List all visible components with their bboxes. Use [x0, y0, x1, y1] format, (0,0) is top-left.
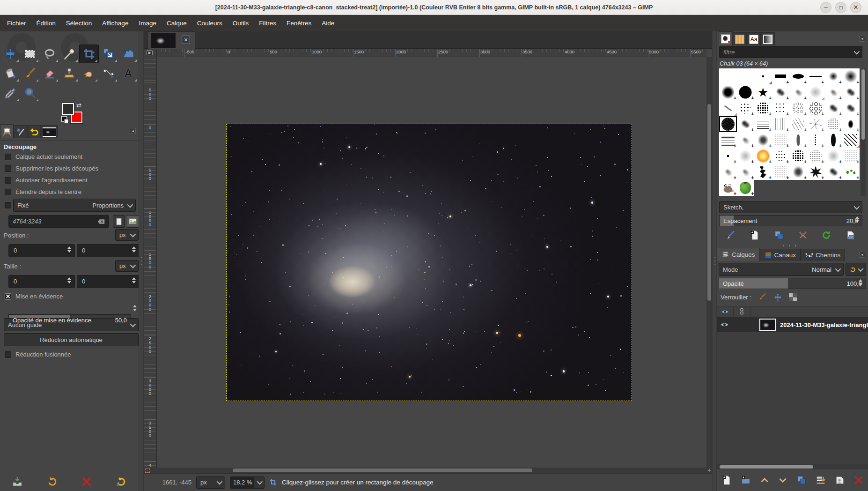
brush-spacing-slider[interactable]: Espacement 20,0: [719, 215, 862, 226]
fixed-checkbox[interactable]: [5, 202, 11, 208]
brush-chalk-l[interactable]: [807, 84, 825, 100]
layer-opacity-slider[interactable]: Opacité 100,0: [719, 278, 866, 289]
brush-texture-l[interactable]: +: [772, 164, 790, 180]
tool-crop[interactable]: [79, 45, 99, 63]
save-options-icon[interactable]: [12, 476, 23, 487]
link-column-header[interactable]: [734, 306, 750, 317]
tab-brushes[interactable]: [719, 31, 733, 45]
brush-empty[interactable]: [719, 68, 737, 84]
brush-chalk-l[interactable]: +: [737, 148, 755, 164]
close-button[interactable]: ✕: [850, 2, 861, 13]
layers-dock-collapse-button[interactable]: ◂: [859, 252, 865, 258]
brush-dots-grid[interactable]: +: [772, 100, 790, 116]
layer-list-empty-area[interactable]: [717, 332, 868, 464]
menu-aide[interactable]: Aide: [316, 16, 339, 30]
brush-chalk-d[interactable]: +: [772, 84, 790, 100]
brush-texture[interactable]: +: [807, 148, 825, 164]
brush-leaves[interactable]: +: [842, 164, 860, 180]
navigation-button[interactable]: ✛: [706, 468, 712, 473]
fixed-aspect-dropdown[interactable]: Fixé Proportions: [13, 199, 136, 212]
brush-chalk-m[interactable]: +: [719, 164, 737, 180]
brush-spiky[interactable]: +: [807, 164, 825, 180]
portrait-orientation-button[interactable]: [113, 215, 125, 228]
new-layer-group-icon[interactable]: [741, 475, 751, 485]
reset-options-icon[interactable]: [116, 476, 127, 487]
tab-layers[interactable]: Calques: [717, 248, 760, 261]
layer-visibility-toggle[interactable]: [717, 322, 732, 327]
layer-list-scrollbar-thumb[interactable]: [720, 465, 813, 469]
zoom-dropdown-icon[interactable]: [254, 476, 265, 489]
menu-calque[interactable]: Calque: [162, 16, 192, 30]
swap-colors-icon[interactable]: ⇄: [76, 102, 81, 109]
maximize-button[interactable]: ▢: [835, 2, 846, 13]
menu-edition[interactable]: Édition: [31, 16, 61, 30]
brush-chalk-sel[interactable]: [719, 116, 737, 132]
layer-thumbnail[interactable]: [759, 319, 777, 331]
brush-glow[interactable]: +: [754, 148, 772, 164]
layer-row[interactable]: 2024-11-30-M33-galaxie-triangl: [717, 317, 868, 332]
tool-paths[interactable]: [99, 64, 118, 83]
brush-dock-collapse-button[interactable]: ◂: [859, 36, 865, 42]
checkbox-checked-box[interactable]: ✕: [5, 293, 11, 300]
checkbox-box[interactable]: [5, 165, 11, 172]
zoom-value[interactable]: 18,2 %: [230, 476, 254, 489]
brush-empty[interactable]: [737, 68, 755, 84]
brush-specks-m[interactable]: +: [772, 148, 790, 164]
menu-image[interactable]: Image: [133, 16, 162, 30]
tool-color-picker[interactable]: [0, 84, 20, 103]
status-unit-dropdown[interactable]: px: [196, 476, 225, 489]
tab-fonts[interactable]: Aa: [747, 32, 761, 45]
brush-scratch-v[interactable]: +: [772, 116, 790, 132]
raise-layer-icon[interactable]: [760, 476, 769, 485]
brush-net[interactable]: +: [789, 100, 807, 116]
brush-chalk-d[interactable]: +: [737, 116, 755, 132]
menu-affichage[interactable]: Affichage: [97, 16, 133, 30]
checkbox-box[interactable]: [5, 189, 11, 195]
brush-stroke-diag[interactable]: [719, 100, 737, 116]
brush-texture-l[interactable]: +: [772, 132, 790, 148]
brush-soft[interactable]: +: [824, 68, 842, 84]
delete-layer-icon[interactable]: [854, 476, 863, 485]
brush-wilber[interactable]: +: [719, 180, 737, 196]
brush-net-big[interactable]: +: [807, 100, 825, 116]
restore-options-icon[interactable]: [47, 476, 58, 487]
brush-star[interactable]: ★+: [754, 84, 772, 100]
tab-paths[interactable]: Chemins: [801, 249, 845, 261]
image-m33-galaxy[interactable]: [227, 124, 632, 401]
position-x-input[interactable]: 0: [8, 244, 75, 257]
new-brush-icon[interactable]: [750, 230, 760, 240]
tab-device-status[interactable]: [14, 125, 27, 138]
brush-dotted-v[interactable]: +: [807, 132, 825, 148]
vertical-scrollbar[interactable]: [706, 57, 712, 468]
image-viewport[interactable]: [157, 57, 706, 468]
tool-clone[interactable]: [59, 64, 79, 83]
brush-chalk-d[interactable]: +: [824, 100, 842, 116]
visibility-column-header[interactable]: [717, 306, 734, 317]
brush-charcoal[interactable]: +: [754, 164, 772, 180]
auto-shrink-button[interactable]: Réduction automatique: [4, 333, 139, 346]
brush-chalk-m[interactable]: +: [737, 132, 755, 148]
brush-texture[interactable]: +: [824, 116, 842, 132]
brush-grid-scrollbar[interactable]: [861, 68, 866, 196]
tool-move[interactable]: [0, 45, 20, 63]
menu-outils[interactable]: Outils: [228, 16, 254, 30]
checkbox-allow-growing[interactable]: Autoriser l'agrandissement: [5, 177, 88, 184]
menu-couleurs[interactable]: Couleurs: [192, 16, 228, 30]
dock-collapse-button[interactable]: ◂: [130, 128, 136, 134]
brush-specks-d[interactable]: +: [789, 148, 807, 164]
checkbox-box[interactable]: [5, 154, 11, 160]
quick-mask-toggle[interactable]: [144, 468, 151, 473]
brush-grid-scrollbar-thumb[interactable]: [861, 69, 865, 140]
brush-filter-input[interactable]: filtre: [719, 46, 862, 58]
checkbox-box[interactable]: [5, 351, 11, 358]
brush-chalk-m[interactable]: +: [789, 84, 807, 100]
menu-selection[interactable]: Sélection: [61, 16, 97, 30]
size-unit-dropdown[interactable]: px: [115, 260, 139, 272]
brush-chalk-m[interactable]: +: [824, 84, 842, 100]
tab-tool-options[interactable]: [0, 124, 14, 138]
tab-channels[interactable]: Canaux: [760, 249, 801, 261]
tool-bucket-fill[interactable]: [0, 64, 20, 83]
vertical-scrollbar-thumb[interactable]: [707, 104, 711, 301]
checkbox-expand-from-center[interactable]: Étendre depuis le centre: [5, 188, 81, 195]
horizontal-scrollbar-thumb[interactable]: [233, 469, 532, 472]
